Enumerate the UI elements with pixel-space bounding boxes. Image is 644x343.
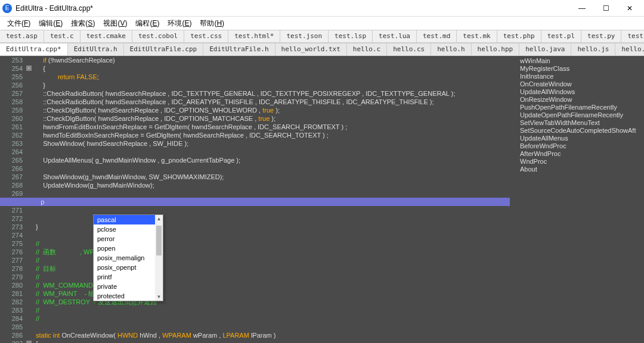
code-line[interactable]: ShowWindow( hwndSearchReplace , SW_HIDE … <box>33 139 510 148</box>
scroll-thumb[interactable] <box>156 226 162 255</box>
tab[interactable]: hello.hpp <box>472 43 520 55</box>
line-number: 272 <box>0 214 23 223</box>
tab[interactable]: test.asp <box>0 30 44 42</box>
autocomplete-item[interactable]: perror <box>94 234 163 244</box>
close-button[interactable]: ✕ <box>618 1 642 15</box>
code-editor[interactable]: 2532542552562572582592602612622632642652… <box>0 56 510 343</box>
code-line[interactable]: ShowWindow(g_hwndMainWindow, SW_SHOWMAXI… <box>33 173 510 181</box>
fold-toggle[interactable]: - <box>26 341 32 343</box>
file-tabs-row-1: test.asptest.ctest.cmaketest.coboltest.c… <box>0 30 644 43</box>
tab[interactable]: hello.c <box>347 43 387 55</box>
code-line[interactable]: ::CheckRadioButton( hwndSearchReplace , … <box>33 98 510 106</box>
tab[interactable]: test.py <box>581 30 621 42</box>
tab[interactable]: EditUltraFile.h <box>203 43 275 55</box>
code-line[interactable] <box>33 189 510 198</box>
tab[interactable]: hello.cs <box>387 43 431 55</box>
outline-item[interactable]: PushOpenPathFilenameRecently <box>520 104 642 111</box>
autocomplete-scrollbar[interactable]: ▲ ▼ <box>155 215 163 301</box>
code-line[interactable]: } <box>33 81 510 89</box>
menu-v[interactable]: 视图(V) <box>100 17 131 30</box>
tab[interactable]: test.lua <box>373 30 417 42</box>
autocomplete-item[interactable]: popen <box>94 244 163 253</box>
outline-item[interactable]: SetSourceCodeAutoCompletedShowAft <box>520 127 642 135</box>
tab[interactable]: test.cmake <box>80 30 132 42</box>
code-line[interactable]: static int OnCreateWindow( HWND hWnd , W… <box>33 331 510 339</box>
code-line[interactable]: return FALSE; <box>33 73 510 81</box>
outline-item[interactable]: OnResizeWindow <box>520 96 642 104</box>
scroll-up-arrow[interactable]: ▲ <box>155 215 163 223</box>
code-line[interactable]: UpdateWindow(g_hwndMainWindow); <box>33 181 510 189</box>
scroll-down-arrow[interactable]: ▼ <box>155 293 163 301</box>
code-line[interactable]: if (!hwndSearchReplace) <box>33 56 510 64</box>
outline-item[interactable]: AfterWndProc <box>520 150 642 158</box>
tab[interactable]: test.mk <box>457 30 497 42</box>
autocomplete-item[interactable]: posix_memalign <box>94 253 163 263</box>
code-line[interactable] <box>33 148 510 156</box>
tab[interactable]: test.html* <box>228 30 280 42</box>
line-number: 256 <box>0 81 23 89</box>
tab[interactable]: test.c <box>44 30 80 42</box>
tab[interactable]: hello.js <box>571 43 615 55</box>
tab[interactable]: EditUltraFile.cpp <box>124 43 204 55</box>
tab[interactable]: EditUltra.cpp* <box>0 43 68 55</box>
code-line[interactable] <box>33 323 510 331</box>
tab[interactable]: hello.txt <box>615 43 644 55</box>
outline-item[interactable]: OnCreateWindow <box>520 80 642 88</box>
tab[interactable]: test.cobol <box>132 30 184 42</box>
autocomplete-popup[interactable]: pascalpcloseperrorpopenposix_memalignpos… <box>93 214 163 301</box>
outline-item[interactable]: UpdateAllMenus <box>520 135 642 142</box>
outline-item[interactable]: BeforeWndProc <box>520 142 642 150</box>
autocomplete-item[interactable]: pascal <box>94 215 163 224</box>
code-line[interactable]: { <box>33 64 510 73</box>
menu-e[interactable]: 编辑(E) <box>35 17 66 30</box>
tab[interactable]: hello.h <box>431 43 471 55</box>
tab[interactable]: hello.java <box>519 43 571 55</box>
outline-item[interactable]: About <box>520 166 642 173</box>
autocomplete-item[interactable]: printf <box>94 272 163 282</box>
code-line[interactable]: UpdateAllMenus( g_hwndMainWindow , g_pno… <box>33 156 510 164</box>
tab[interactable]: test.lsp <box>329 30 373 42</box>
outline-item[interactable]: UpdateOpenPathFilenameRecently <box>520 111 642 119</box>
tab[interactable]: test.php <box>497 30 541 42</box>
code-line[interactable]: p <box>0 198 510 206</box>
fold-toggle[interactable]: - <box>26 66 32 71</box>
outline-sidebar[interactable]: wWinMainMyRegisterClassInitInstanceOnCre… <box>518 56 644 343</box>
outline-item[interactable]: WndProc <box>520 158 642 166</box>
code-line[interactable]: ::CheckDlgButton( hwndSearchReplace , ID… <box>33 114 510 123</box>
menu-e[interactable]: 环境(E) <box>164 17 195 30</box>
outline-item[interactable]: SetViewTabWidthMenuText <box>520 119 642 127</box>
minimize-button[interactable]: — <box>570 1 594 15</box>
tab[interactable]: test.json <box>280 30 329 42</box>
menu-e[interactable]: 编程(E) <box>132 17 163 30</box>
code-line[interactable]: // <box>33 306 510 314</box>
autocomplete-item[interactable]: posix_openpt <box>94 263 163 272</box>
code-line[interactable]: hwndToEditBoxInSearchReplace = GetDlgIte… <box>33 131 510 139</box>
outline-item[interactable]: wWinMain <box>520 57 642 65</box>
line-number: 278 <box>0 264 23 273</box>
code-line[interactable] <box>33 164 510 173</box>
maximize-button[interactable]: ☐ <box>594 1 618 15</box>
tab[interactable]: test.css <box>184 30 228 42</box>
tab[interactable]: hello_world.txt <box>275 43 347 55</box>
outline-item[interactable]: InitInstance <box>520 73 642 80</box>
menu-f[interactable]: 文件(F) <box>4 17 34 30</box>
file-tabs-row-2: EditUltra.cpp*EditUltra.hEditUltraFile.c… <box>0 43 644 56</box>
outline-item[interactable]: UpdateAllWindows <box>520 88 642 96</box>
tab[interactable]: test.rb <box>621 30 644 42</box>
tab[interactable]: EditUltra.h <box>68 43 124 55</box>
code-line[interactable] <box>33 206 510 214</box>
autocomplete-item[interactable]: private <box>94 282 163 291</box>
code-line[interactable]: { <box>33 339 510 343</box>
editor-scrollbar[interactable] <box>510 56 518 343</box>
menu-s[interactable]: 搜索(S) <box>67 17 98 30</box>
autocomplete-item[interactable]: pclose <box>94 224 163 234</box>
menu-h[interactable]: 帮助(H) <box>196 17 228 30</box>
code-line[interactable]: ::CheckDlgButton( hwndSearchReplace , ID… <box>33 106 510 114</box>
outline-item[interactable]: MyRegisterClass <box>520 65 642 73</box>
autocomplete-item[interactable]: protected <box>94 291 163 301</box>
tab[interactable]: test.pl <box>541 30 581 42</box>
tab[interactable]: test.md <box>417 30 457 42</box>
code-line[interactable]: ::CheckRadioButton( hwndSearchReplace , … <box>33 89 510 98</box>
code-line[interactable]: hwndFromEditBoxInSearchReplace = GetDlgI… <box>33 123 510 131</box>
code-line[interactable]: // <box>33 314 510 323</box>
